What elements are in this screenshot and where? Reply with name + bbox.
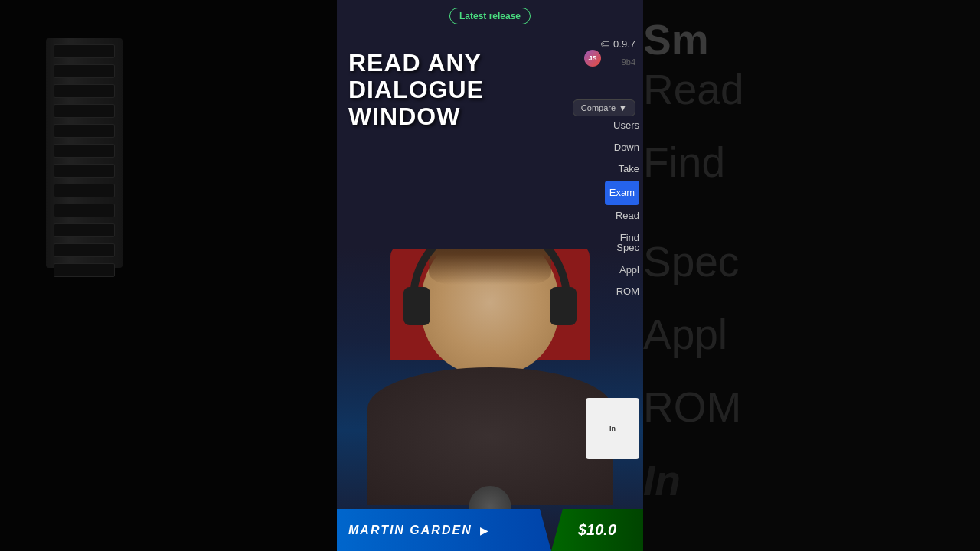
commit-hash: 9b4: [622, 57, 635, 67]
tag-icon: 🏷: [600, 38, 610, 50]
sidebar-item-take[interactable]: Take: [605, 158, 639, 181]
active-item-label: Exam: [605, 181, 639, 206]
right-overlay: [643, 0, 980, 551]
headphones: [410, 249, 570, 310]
left-decorative: [0, 0, 337, 551]
sidebar-item-spec[interactable]: Spec: [616, 237, 639, 259]
right-decorative: Sm Read Find Spec Appl ROM In: [643, 0, 980, 551]
overlay-line3: WINDOW: [348, 103, 484, 130]
shoulders: [368, 367, 612, 505]
head: [421, 249, 559, 375]
compare-arrow-icon: ▼: [619, 103, 627, 112]
headphone-pad-left: [403, 287, 430, 325]
sidebar-item-exam[interactable]: Exam: [605, 181, 639, 206]
right-panel: Sm Read Find Spec Appl ROM In: [643, 0, 980, 551]
name-bar-right: $10.0: [551, 509, 643, 551]
version-area: 🏷 0.9.7: [600, 38, 635, 50]
person-figure: [352, 249, 628, 505]
sidebar-nav-lower: Spec Appl ROM: [616, 237, 643, 303]
main-overlay-text: READ ANY DIALOGUE WINDOW: [348, 50, 484, 131]
sidebar-item-rom[interactable]: ROM: [616, 281, 639, 303]
sidebar-item-read[interactable]: Read: [605, 205, 639, 227]
commit-area: 9b4: [622, 57, 635, 67]
sidebar-item-down[interactable]: Down: [605, 137, 639, 159]
sidebar-item-appl[interactable]: Appl: [616, 259, 639, 282]
left-overlay: [0, 0, 337, 551]
compare-button[interactable]: Compare ▼: [573, 99, 635, 116]
video-area: In: [337, 249, 643, 551]
white-box: In: [586, 398, 639, 459]
latest-release-badge: Latest release: [449, 8, 531, 24]
overlay-line2: DIALOGUE: [348, 77, 484, 103]
sidebar-nav: Users Down Take Exam Read Find: [605, 115, 643, 249]
compare-label: Compare: [581, 103, 616, 112]
headphone-pad-right: [550, 287, 577, 325]
center-panel: Latest release 🏷 0.9.7 9b4 JS READ ANY D…: [337, 0, 643, 551]
donation-amount: $10.0: [578, 521, 616, 539]
name-bar-left: MARTIN GARDEN ▶: [337, 509, 551, 551]
name-bar: MARTIN GARDEN ▶ $10.0: [337, 509, 643, 551]
user-initials: JS: [588, 54, 596, 62]
overlay-line1: READ ANY: [348, 50, 484, 77]
screen: Latest release 🏷 0.9.7 9b4 JS READ ANY D…: [0, 0, 980, 551]
white-box-text: In: [609, 425, 616, 432]
sidebar-item-users[interactable]: Users: [605, 115, 639, 137]
left-panel: [0, 0, 337, 551]
user-avatar: JS: [584, 50, 601, 67]
version-number: 0.9.7: [613, 38, 635, 50]
streamer-name: MARTIN GARDEN: [348, 523, 472, 537]
play-icon: ▶: [480, 524, 488, 536]
